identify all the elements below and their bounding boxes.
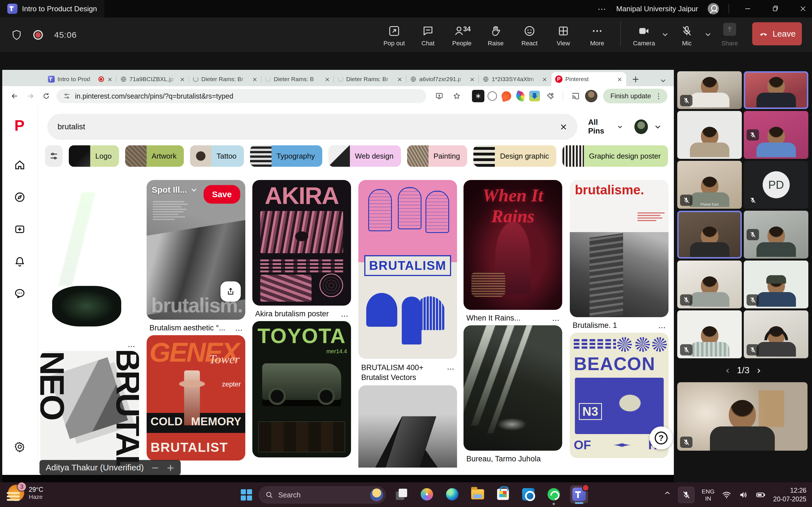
- tab-close-icon[interactable]: ×: [542, 76, 548, 83]
- clock-widget[interactable]: 12:26 20-07-2025: [773, 486, 806, 504]
- pin-menu-icon[interactable]: …: [40, 336, 139, 351]
- back-button[interactable]: [7, 88, 22, 104]
- wifi-icon[interactable]: [722, 490, 731, 500]
- weather-widget[interactable]: 3 29°C Haze: [8, 485, 43, 501]
- browser-menu-icon[interactable]: ⋮: [655, 92, 662, 100]
- copilot-button[interactable]: [418, 485, 436, 503]
- volume-icon[interactable]: [739, 490, 748, 500]
- extensions-puzzle-icon[interactable]: [543, 88, 558, 104]
- account-avatar[interactable]: [708, 3, 719, 14]
- pin-menu-icon[interactable]: …: [552, 314, 560, 323]
- forward-button[interactable]: [22, 88, 38, 104]
- filters-icon[interactable]: [45, 145, 63, 167]
- pinterest-profile-avatar[interactable]: [635, 119, 648, 134]
- more-button[interactable]: More: [581, 23, 613, 49]
- search-input[interactable]: brutalist ×: [47, 114, 577, 140]
- pin-menu-icon[interactable]: …: [658, 321, 666, 330]
- participant-tile[interactable]: [744, 261, 808, 308]
- tray-overflow-caret[interactable]: ^: [664, 490, 670, 500]
- pin-caption[interactable]: When It Rains...: [466, 314, 520, 323]
- share-button[interactable]: Share: [714, 21, 746, 49]
- cast-icon[interactable]: [567, 88, 583, 104]
- pin-when-it-rains[interactable]: When It Rains: [463, 180, 562, 310]
- tab-close-icon[interactable]: ×: [107, 76, 113, 83]
- chat-button[interactable]: Chat: [412, 23, 444, 49]
- mic-button[interactable]: Mic: [671, 23, 703, 49]
- tray-mic-muted-button[interactable]: [678, 487, 695, 503]
- participant-tile[interactable]: Planet Eart: [677, 161, 742, 209]
- install-page-icon[interactable]: [432, 88, 447, 104]
- search-clear-icon[interactable]: ×: [560, 121, 567, 132]
- tab-close-icon[interactable]: ×: [252, 76, 258, 83]
- pin-menu-icon[interactable]: …: [341, 310, 349, 318]
- chip-graphic-design-poster[interactable]: Graphic design poster: [562, 145, 668, 167]
- popout-button[interactable]: Pop out: [378, 23, 410, 49]
- pins-filter-dropdown[interactable]: All Pins: [588, 118, 623, 135]
- browser-profile-avatar[interactable]: [585, 90, 598, 102]
- app-tab[interactable]: Intro to Product Design: [0, 0, 104, 17]
- outlook-button[interactable]: [519, 485, 538, 503]
- site-settings-icon[interactable]: [63, 93, 70, 100]
- pin-green-architecture[interactable]: [40, 180, 139, 336]
- raise-hand-button[interactable]: Raise: [480, 23, 511, 49]
- extension-downloader-icon[interactable]: [528, 90, 541, 102]
- participant-tile[interactable]: [677, 311, 742, 358]
- browser-tab-dieter2[interactable]: Dieter Rams: B ×: [261, 72, 334, 86]
- bookmark-star-icon[interactable]: [449, 88, 465, 104]
- tab-search-chevron-icon[interactable]: [660, 77, 674, 86]
- pin-brutalisme[interactable]: brutalisme.: [570, 180, 668, 317]
- browser-tab-dieter3[interactable]: Dieter Rams: Br ×: [334, 72, 406, 86]
- browser-tab-pinterest[interactable]: P Pinterest ×: [551, 72, 626, 86]
- account-chevron-icon[interactable]: [654, 123, 661, 130]
- browser-tab-teams[interactable]: Intro to Prod ×: [44, 72, 116, 86]
- participant-tile[interactable]: [744, 311, 808, 358]
- chip-typography[interactable]: Typography: [250, 145, 322, 167]
- file-explorer-button[interactable]: [469, 485, 487, 503]
- language-switcher[interactable]: ENG IN: [702, 488, 715, 502]
- camera-options-chevron-icon[interactable]: [661, 31, 669, 38]
- pin-genex[interactable]: GENEX Tower zepter COLD MEMORY BRUTALIST: [147, 335, 245, 460]
- reload-button[interactable]: [38, 88, 54, 104]
- whatsapp-button[interactable]: [545, 485, 563, 503]
- pin-brutalism-aesthetic[interactable]: brutalism. Spot Ill... Save: [147, 180, 245, 320]
- save-pin-button[interactable]: Save: [204, 185, 240, 204]
- pin-caption[interactable]: BRUTALISM 400+ Brutalist Vectors: [361, 363, 447, 383]
- pin-akira[interactable]: AKIRA: [252, 180, 351, 305]
- pinterest-logo[interactable]: P: [12, 118, 27, 133]
- zoom-out-button[interactable]: −: [151, 462, 159, 473]
- new-tab-button[interactable]: +: [626, 74, 645, 86]
- minimize-button[interactable]: [739, 0, 757, 17]
- participant-tile[interactable]: [677, 261, 742, 308]
- tab-close-icon[interactable]: ×: [397, 76, 403, 83]
- page-prev-icon[interactable]: ‹: [725, 364, 729, 376]
- tab-close-icon[interactable]: ×: [179, 76, 186, 83]
- pin-toyota[interactable]: TOYOTA mer14.4: [252, 321, 351, 457]
- pin-caption[interactable]: Brutalisme. 1: [573, 321, 617, 330]
- pin-caption[interactable]: Bureau, Tarmo Juhola: [466, 455, 541, 463]
- address-bar[interactable]: in.pinterest.com/search/pins/?q=brutalis…: [56, 89, 426, 103]
- close-button[interactable]: [794, 0, 812, 17]
- browser-tab-dieter1[interactable]: Dieter Rams: Br ×: [189, 72, 261, 86]
- restore-button[interactable]: [766, 0, 784, 17]
- chip-design-graphic[interactable]: Design graphic: [473, 145, 556, 167]
- people-button[interactable]: 34 People: [446, 23, 477, 49]
- browser-tab-image2[interactable]: a6viof7zxr291.p ×: [406, 72, 479, 86]
- leave-button[interactable]: Leave: [752, 22, 802, 45]
- camera-button[interactable]: Camera: [628, 23, 660, 49]
- extension-asterisk-icon[interactable]: [472, 90, 485, 102]
- taskbar-search[interactable]: Search: [259, 487, 386, 503]
- tab-close-icon[interactable]: ×: [469, 76, 475, 83]
- battery-icon[interactable]: [756, 490, 766, 500]
- microsoft-store-button[interactable]: [494, 485, 512, 503]
- react-button[interactable]: React: [514, 23, 545, 49]
- extension-orange-icon[interactable]: [500, 90, 513, 102]
- zoom-in-button[interactable]: +: [166, 462, 174, 473]
- finish-update-button[interactable]: Finish update ⋮: [603, 89, 667, 103]
- pin-brutalism-400[interactable]: BRUTALISM: [358, 180, 457, 359]
- extension-circle-icon[interactable]: [486, 90, 499, 102]
- participant-tile[interactable]: [677, 111, 742, 159]
- participant-tile-initials[interactable]: PD: [744, 161, 808, 209]
- pin-caption[interactable]: Brutalism aesthetic °...: [149, 324, 225, 332]
- task-view-button[interactable]: [393, 485, 410, 503]
- spotlight-participant-tile[interactable]: [677, 382, 808, 451]
